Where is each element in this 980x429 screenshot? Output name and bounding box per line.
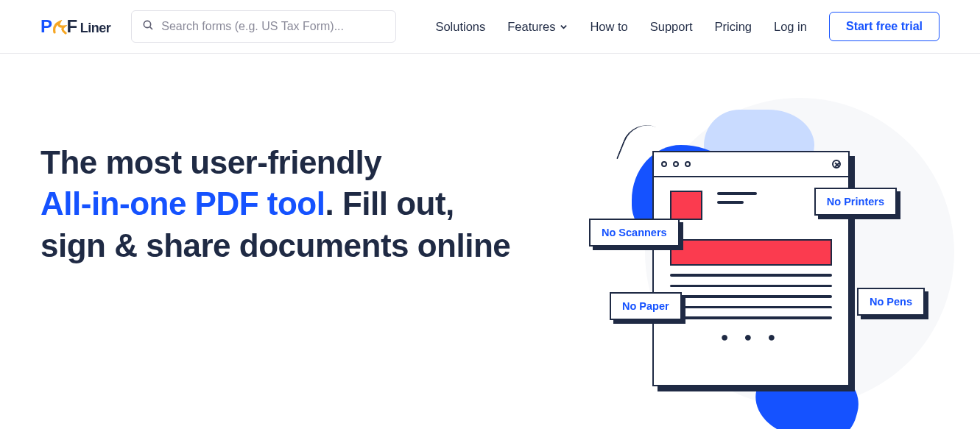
svg-point-0 — [144, 21, 151, 27]
label-no-printers: No Printers — [814, 188, 897, 216]
document-illustration: ● ● ● — [652, 151, 850, 386]
hero-highlight: All-in-one PDF tool — [40, 185, 325, 221]
hero-line2a: . Fill out, — [325, 185, 454, 221]
nav-howto[interactable]: How to — [590, 20, 627, 34]
logo-letter-f: F — [67, 16, 77, 37]
doc-line — [670, 295, 832, 298]
label-no-scanners: No Scanners — [589, 219, 680, 247]
label-no-pens: No Pens — [857, 288, 925, 316]
main-nav: Solutions Features How to Support Pricin… — [435, 12, 940, 41]
chevron-down-icon — [560, 20, 568, 34]
start-free-trial-button[interactable]: Start free trial — [829, 12, 940, 41]
logo-swirl-icon — [52, 18, 67, 33]
doc-line — [670, 306, 832, 309]
hero-title: The most user-friendly All-in-one PDF to… — [40, 142, 593, 266]
header: P F Liner Solutions Features How to Supp… — [0, 0, 980, 54]
svg-line-1 — [150, 27, 152, 29]
search-icon — [142, 19, 154, 34]
nav-support[interactable]: Support — [650, 20, 693, 34]
nav-pricing[interactable]: Pricing — [715, 20, 752, 34]
doc-line — [670, 316, 832, 319]
hero-illustration: ● ● ● No Scanners No Printers No Paper N… — [593, 120, 940, 429]
nav-features-label: Features — [507, 20, 555, 34]
hero-section: The most user-friendly All-in-one PDF to… — [0, 54, 980, 429]
logo-liner-text: Liner — [80, 21, 111, 36]
hero-copy: The most user-friendly All-in-one PDF to… — [40, 120, 593, 266]
search-box[interactable] — [131, 10, 396, 43]
nav-login[interactable]: Log in — [774, 20, 807, 34]
nav-solutions[interactable]: Solutions — [435, 20, 485, 34]
logo[interactable]: P F Liner — [40, 16, 110, 37]
nav-features[interactable]: Features — [507, 20, 568, 34]
window-dot — [661, 161, 667, 167]
hero-line1: The most user-friendly — [40, 144, 381, 180]
window-dot — [673, 161, 679, 167]
label-no-paper: No Paper — [610, 292, 682, 320]
red-bar — [670, 239, 832, 266]
red-square — [670, 191, 702, 220]
window-dot — [685, 161, 691, 167]
pagination-dots: ● ● ● — [670, 334, 832, 341]
hero-line3: sign & share documents online — [40, 227, 510, 263]
doc-window-bar — [654, 152, 848, 177]
close-icon — [832, 160, 841, 169]
doc-line — [670, 274, 832, 277]
text-lines — [717, 192, 757, 210]
doc-line — [670, 285, 832, 288]
search-input[interactable] — [161, 20, 385, 33]
logo-letter-p: P — [40, 16, 52, 37]
